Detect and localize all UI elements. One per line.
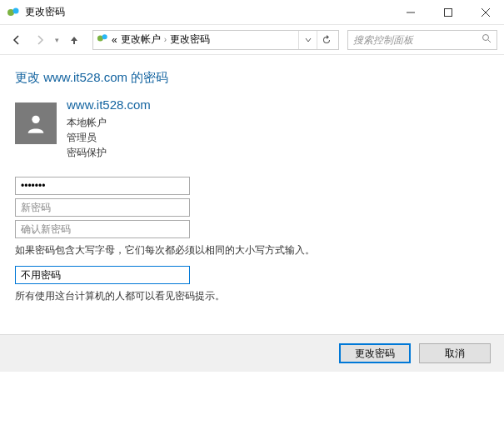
case-sensitivity-note: 如果密码包含大写字母，它们每次都必须以相同的大小写方式输入。 [15, 243, 489, 258]
breadcrumb-level2[interactable]: 更改密码 [170, 32, 210, 47]
maximize-button[interactable] [429, 0, 467, 25]
heading-account-name: www.it528.com [43, 70, 127, 84]
address-dropdown-button[interactable] [298, 31, 317, 49]
hint-visibility-note: 所有使用这台计算机的人都可以看见密码提示。 [15, 289, 489, 303]
current-password-input[interactable] [15, 177, 190, 195]
page-title: 更改 www.it528.com 的密码 [15, 70, 489, 86]
window-controls [392, 0, 504, 25]
svg-point-7 [102, 34, 107, 39]
password-hint-input[interactable] [15, 266, 190, 284]
control-panel-icon [97, 32, 108, 47]
new-password-input[interactable] [15, 198, 190, 217]
password-fields [15, 177, 489, 238]
user-info: www.it528.com 本地帐户 管理员 密码保护 [67, 98, 151, 160]
recent-locations-chevron[interactable]: ▾ [55, 36, 59, 44]
forward-button[interactable] [30, 30, 50, 50]
footer-buttons: 更改密码 取消 [0, 334, 504, 372]
search-box[interactable] [347, 30, 497, 50]
breadcrumb-chevrons[interactable]: « [112, 34, 117, 46]
main-content: 更改 www.it528.com 的密码 www.it528.com 本地帐户 … [0, 55, 504, 303]
up-button[interactable] [64, 30, 84, 50]
user-name: www.it528.com [67, 98, 151, 112]
confirm-password-input[interactable] [15, 220, 190, 238]
cancel-button[interactable]: 取消 [419, 343, 491, 363]
user-role: 管理员 [67, 130, 151, 145]
minimize-button[interactable] [392, 0, 429, 25]
search-icon[interactable] [482, 33, 492, 46]
refresh-button[interactable] [317, 31, 335, 49]
window-title: 更改密码 [25, 5, 392, 19]
user-protection: 密码保护 [67, 145, 151, 160]
search-input[interactable] [353, 34, 482, 46]
svg-point-8 [483, 35, 489, 41]
navigation-bar: ▾ « 更改帐户 › 更改密码 [0, 25, 504, 55]
titlebar: 更改密码 [0, 0, 504, 25]
breadcrumb-level1[interactable]: 更改帐户 [121, 32, 161, 47]
user-account-type: 本地帐户 [67, 115, 151, 130]
svg-point-1 [13, 8, 19, 13]
app-icon [7, 6, 20, 19]
avatar [15, 102, 57, 144]
breadcrumb-separator: › [164, 35, 167, 44]
svg-point-10 [32, 116, 39, 123]
svg-rect-3 [444, 8, 452, 16]
address-bar[interactable]: « 更改帐户 › 更改密码 [92, 30, 339, 50]
user-info-row: www.it528.com 本地帐户 管理员 密码保护 [15, 98, 489, 160]
svg-line-9 [488, 40, 491, 42]
back-button[interactable] [7, 30, 27, 50]
heading-prefix: 更改 [15, 70, 43, 84]
close-button[interactable] [467, 0, 504, 25]
change-password-button[interactable]: 更改密码 [339, 343, 411, 363]
heading-suffix: 的密码 [127, 70, 168, 84]
